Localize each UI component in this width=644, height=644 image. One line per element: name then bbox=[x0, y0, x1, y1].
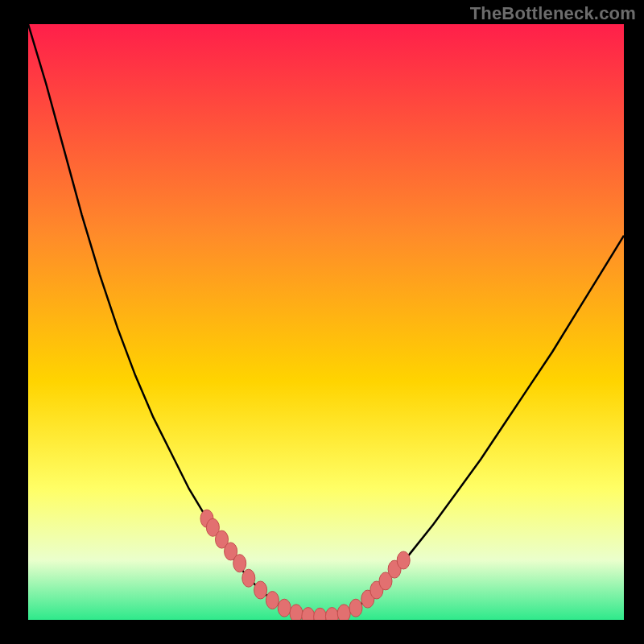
highlight-dot bbox=[233, 555, 246, 572]
highlight-dot bbox=[290, 605, 303, 620]
highlight-dot bbox=[278, 599, 291, 617]
plot-area bbox=[28, 24, 624, 620]
chart-svg bbox=[28, 24, 624, 620]
highlight-dot bbox=[349, 599, 362, 617]
highlight-dot bbox=[254, 581, 267, 599]
highlight-dot bbox=[397, 551, 410, 569]
gradient-background bbox=[28, 24, 624, 620]
watermark-text: TheBottleneck.com bbox=[470, 3, 636, 24]
chart-frame: TheBottleneck.com bbox=[0, 0, 644, 644]
highlight-dot bbox=[242, 569, 255, 587]
highlight-dot bbox=[266, 592, 279, 609]
highlight-dot bbox=[337, 605, 350, 620]
